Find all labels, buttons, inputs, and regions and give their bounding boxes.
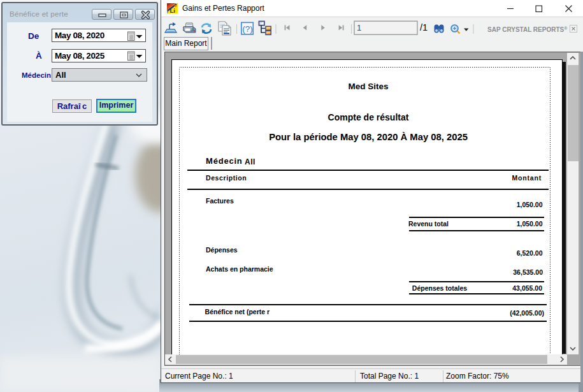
svg-text:SAP CRYSTAL REPORTS®: SAP CRYSTAL REPORTS®: [487, 26, 568, 33]
svg-text:(?): (?): [242, 24, 253, 34]
svg-text:/1: /1: [420, 22, 428, 33]
svg-text:Li: Li: [170, 7, 175, 13]
svg-text:1: 1: [357, 23, 361, 33]
